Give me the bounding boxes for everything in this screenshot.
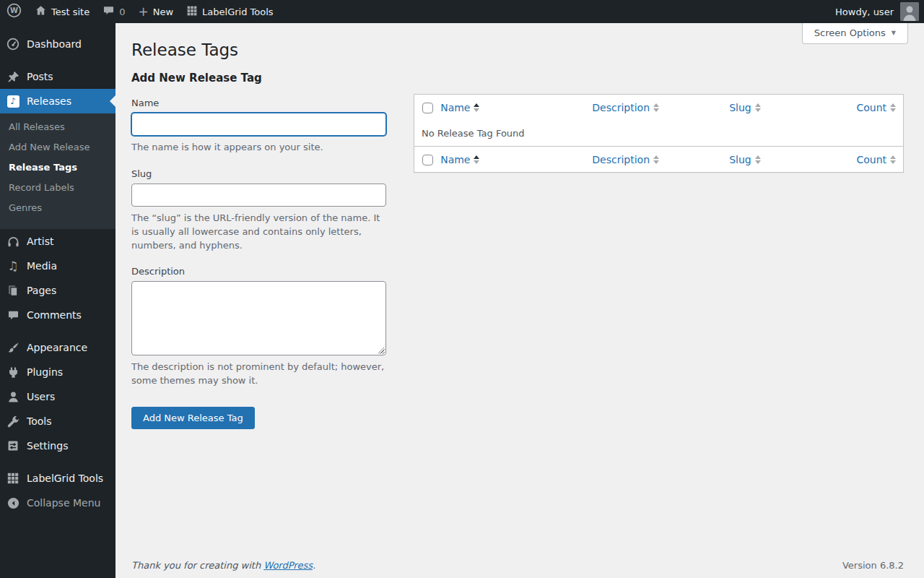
sidebar-item-label: Dashboard [27, 38, 82, 50]
sort-arrows-icon [653, 155, 659, 164]
sort-by-slug-link[interactable]: Slug [729, 102, 761, 113]
sidebar-item-tools[interactable]: Tools [0, 409, 116, 434]
select-all-checkbox[interactable] [422, 155, 433, 165]
sort-arrows-icon [653, 103, 659, 112]
main-content: Screen Options ▼ Release Tags Add New Re… [116, 23, 924, 578]
description-textarea[interactable] [131, 281, 386, 355]
sort-by-slug-link[interactable]: Slug [729, 154, 761, 165]
headphones-icon [6, 234, 20, 249]
user-avatar[interactable] [900, 2, 919, 21]
sort-by-description-link[interactable]: Description [592, 154, 659, 165]
howdy-label: Howdy, user [835, 7, 894, 17]
site-name-menu[interactable]: Test site [28, 0, 96, 23]
sort-arrows-icon [474, 155, 479, 164]
sidebar-item-collapse-menu[interactable]: Collapse Menu [0, 491, 116, 515]
collapse-arrow-icon [6, 496, 20, 510]
slug-input[interactable] [131, 184, 386, 207]
sidebar-item-label: LabelGrid Tools [27, 473, 103, 484]
sidebar-item-label: Posts [27, 71, 53, 82]
slug-help-text: The “slug” is the URL-friendly version o… [131, 212, 386, 253]
home-icon [35, 4, 47, 19]
sidebar-item-label: Collapse Menu [27, 497, 100, 509]
wordpress-logo-icon: W [6, 3, 22, 20]
sidebar-item-label: Plugins [27, 366, 63, 378]
sidebar-item-users[interactable]: Users [0, 384, 116, 409]
table-footer-row: Name Description Slug [414, 147, 904, 173]
pushpin-icon [6, 69, 20, 84]
sidebar-item-media[interactable]: ♫ Media [0, 254, 116, 278]
screen-options-label: Screen Options [814, 27, 886, 38]
wordpress-logo-menu[interactable]: W [0, 0, 28, 23]
user-icon [6, 389, 20, 404]
name-input[interactable] [131, 113, 386, 136]
sidebar-item-dashboard[interactable]: Dashboard [0, 32, 116, 56]
sidebar-item-posts[interactable]: Posts [0, 64, 116, 89]
sidebar-item-label: Artist [27, 236, 54, 247]
slug-label: Slug [131, 168, 386, 184]
add-tag-form: Add New Release Tag Name The name is how… [131, 72, 386, 429]
dashboard-icon [6, 37, 20, 51]
sidebar-item-label: Appearance [27, 342, 87, 353]
footer-thanks-text: Thank you for creating with [131, 560, 263, 571]
submenu-genres[interactable]: Genres [0, 198, 116, 218]
labelgrid-tools-menu[interactable]: LabelGrid Tools [180, 0, 280, 23]
sidebar-item-comments[interactable]: Comments [0, 303, 116, 327]
sort-by-description-link[interactable]: Description [592, 102, 659, 113]
music-note-icon: ♪ [6, 94, 20, 108]
wordpress-link[interactable]: WordPress [263, 560, 313, 571]
svg-text:W: W [10, 7, 18, 14]
pages-icon [6, 283, 20, 298]
screen-options-button[interactable]: Screen Options ▼ [802, 23, 908, 44]
sidebar-item-label: Pages [27, 285, 56, 296]
add-new-release-tag-button[interactable]: Add New Release Tag [131, 407, 255, 429]
submenu-record-labels[interactable]: Record Labels [0, 178, 116, 198]
sort-by-count-link[interactable]: Count [856, 154, 896, 165]
comments-menu[interactable]: 0 [96, 0, 131, 23]
sort-by-count-link[interactable]: Count [856, 102, 896, 113]
sidebar-item-label: Releases [27, 95, 71, 107]
select-all-checkbox[interactable] [422, 103, 433, 113]
sidebar-item-pages[interactable]: Pages [0, 278, 116, 303]
name-help-text: The name is how it appears on your site. [131, 141, 386, 155]
sidebar-item-plugins[interactable]: Plugins [0, 360, 116, 384]
submenu-add-new-release[interactable]: Add New Release [0, 137, 116, 158]
comment-bubble-icon [103, 4, 115, 19]
empty-message: No Release Tag Found [414, 121, 904, 147]
sidebar-item-labelgrid-tools[interactable]: LabelGrid Tools [0, 466, 116, 491]
plugin-icon [6, 365, 20, 379]
tags-table-container: Name Description Slug [414, 94, 904, 173]
sidebar-item-settings[interactable]: Settings [0, 434, 116, 458]
plus-icon: + [139, 6, 149, 18]
admin-footer: Thank you for creating with WordPress. V… [131, 560, 904, 571]
description-help-text: The description is not prominent by defa… [131, 361, 386, 388]
sort-by-name-link[interactable]: Name [440, 102, 479, 113]
sidebar-item-label: Tools [27, 415, 52, 427]
sort-by-name-link[interactable]: Name [440, 154, 479, 165]
sort-arrows-icon [755, 103, 761, 112]
admin-sidebar: Dashboard Posts ♪ Releases All Releases … [0, 23, 116, 578]
sidebar-item-label: Comments [27, 309, 82, 321]
version-text: Version 6.8.2 [842, 560, 904, 571]
release-tags-table: Name Description Slug [414, 94, 904, 173]
comment-count: 0 [119, 7, 125, 17]
wrench-icon [6, 414, 20, 428]
paintbrush-icon [6, 340, 20, 355]
releases-submenu: All Releases Add New Release Release Tag… [0, 113, 116, 229]
sidebar-item-label: Users [27, 391, 55, 402]
page-title: Release Tags [131, 23, 904, 63]
submenu-release-tags[interactable]: Release Tags [0, 158, 116, 178]
empty-table-row: No Release Tag Found [414, 121, 904, 147]
form-heading: Add New Release Tag [131, 72, 386, 85]
sidebar-item-appearance[interactable]: Appearance [0, 335, 116, 360]
sidebar-item-artist[interactable]: Artist [0, 229, 116, 254]
admin-bar: W Test site 0 + New LabelGrid Tools How [0, 0, 924, 23]
sort-arrows-icon [890, 155, 896, 164]
sort-arrows-icon [890, 103, 896, 112]
table-header-row: Name Description Slug [414, 95, 904, 121]
description-label: Description [131, 266, 386, 281]
howdy-user-menu[interactable]: Howdy, user [829, 0, 895, 23]
new-content-menu[interactable]: + New [132, 0, 180, 23]
media-notes-icon: ♫ [6, 259, 20, 273]
sidebar-item-releases[interactable]: ♪ Releases [0, 89, 116, 113]
submenu-all-releases[interactable]: All Releases [0, 117, 116, 137]
